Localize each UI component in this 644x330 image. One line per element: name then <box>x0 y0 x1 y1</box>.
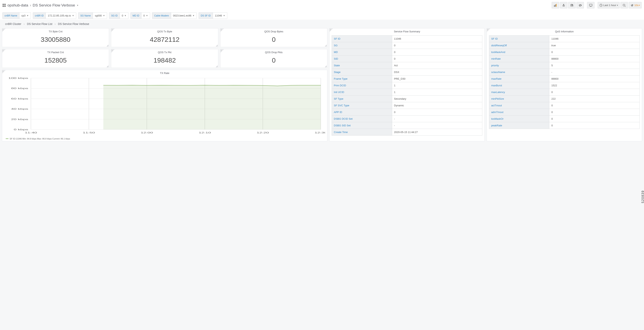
table-row: SF ID11046 <box>489 35 640 42</box>
breadcrumb-item[interactable]: cnBR Cluster <box>5 22 21 25</box>
table-value: Act <box>392 62 482 69</box>
table-row: maxBurst1522 <box>489 82 640 89</box>
breadcrumb: cnBR Cluster›DS Service Flow List›DS Ser… <box>0 20 644 28</box>
stat-panel: iQOS Tx Byte42872112 <box>111 28 218 47</box>
variable-value[interactable]: sg000 ▼ <box>93 12 107 19</box>
table-row: minPktSize222 <box>489 96 640 102</box>
variable-value[interactable]: 0 ▼ <box>120 12 128 19</box>
qos-information-panel: i QoS Information SF ID11046dsIdReseqOff… <box>487 28 642 141</box>
stat-panel: iTX Packet Cnt152805 <box>2 49 109 68</box>
breadcrumb-item[interactable]: DS Service Flow List <box>27 22 52 25</box>
variable-picker[interactable]: cnBR Namecp3 ▼ <box>2 12 31 19</box>
variable-value[interactable]: cp3 ▼ <box>20 12 31 19</box>
table-row: admTmout0 <box>489 109 640 116</box>
add-panel-button[interactable] <box>552 2 559 8</box>
variable-value[interactable]: 172.22.85.105.nip.io ▼ <box>46 12 76 19</box>
breadcrumb-item[interactable]: DS Service Flow Verbose <box>58 22 89 25</box>
table-value: true <box>549 42 640 49</box>
table-value: 1522 <box>549 82 640 89</box>
svg-text:12:00: 12:00 <box>141 132 153 134</box>
table-row: peakRate0 <box>489 122 640 129</box>
table-row: SG0 <box>332 42 482 49</box>
chevron-right-icon: › <box>30 3 31 7</box>
stat-panel: iQOS Drop Pkts0 <box>220 49 327 68</box>
table-value: 0 <box>392 109 482 116</box>
tv-mode-button[interactable] <box>587 2 594 8</box>
variable-picker[interactable]: SG Namesg000 ▼ <box>78 12 107 19</box>
variable-label: SG Name <box>78 12 93 19</box>
table-row: SF ID11046 <box>332 35 482 42</box>
table-row: actTmout0 <box>489 102 640 109</box>
zoom-out-button[interactable] <box>620 2 628 8</box>
table-row: APP ID0 <box>332 109 482 116</box>
svg-rect-0 <box>2 3 4 5</box>
table-row: DSBG DCID Set- <box>332 116 482 122</box>
table-row: Frame TypePRE_D30 <box>332 76 482 82</box>
table-row: Prim DCID1 <box>332 82 482 89</box>
table-key: SF Type <box>332 96 392 102</box>
table-row: SF SVC TypeDynamic <box>332 102 482 109</box>
stat-panel: iQOS Drop Bytes0 <box>220 28 327 47</box>
svg-rect-6 <box>556 4 556 7</box>
table-key: Create Time <box>332 129 392 136</box>
variable-value[interactable]: 11046 ▼ <box>213 12 227 19</box>
settings-button[interactable] <box>576 2 584 8</box>
svg-rect-8 <box>590 6 591 7</box>
table-key: DSBG SID Set <box>332 122 392 129</box>
table-row: maxLatency0 <box>489 89 640 96</box>
svg-text:0 kbps: 0 kbps <box>14 128 28 131</box>
time-range-picker[interactable]: Last 1 hour ▾ <box>598 2 620 8</box>
table-key: maxLatency <box>489 89 549 96</box>
variable-label: cnBR ID <box>33 12 46 19</box>
table-value: - <box>549 69 640 76</box>
variable-value[interactable]: 0 ▼ <box>142 12 150 19</box>
table-value: PRE_D30 <box>392 76 482 82</box>
table-key: peakRate <box>489 122 549 129</box>
svg-rect-7 <box>590 4 592 6</box>
table-row: maxRate88800 <box>489 76 640 82</box>
table-value: 0 <box>549 89 640 96</box>
table-row: minRate88800 <box>489 55 640 62</box>
variable-picker[interactable]: Cable Modem0023.bee1.ec86 ▼ <box>152 12 197 19</box>
share-button[interactable] <box>560 2 568 8</box>
table-key: sclassName <box>489 69 549 76</box>
page-title[interactable]: DS Service Flow Verbose <box>32 3 75 7</box>
variable-picker[interactable]: MD ID0 ▼ <box>130 12 150 19</box>
table-value: 88800 <box>549 76 640 82</box>
table-value: 1 <box>392 89 482 96</box>
table-key: Frame Type <box>332 76 392 82</box>
table-value: - <box>392 116 482 122</box>
svg-text:11:40: 11:40 <box>25 132 37 134</box>
table-key: Init UCID <box>332 89 392 96</box>
table-key: SID <box>332 55 392 62</box>
table-row: MD0 <box>332 49 482 55</box>
table-row: tosMaskAnd0 <box>489 49 640 55</box>
table-value: 88800 <box>549 55 640 62</box>
variable-picker[interactable]: cnBR ID172.22.85.105.nip.io ▼ <box>33 12 76 19</box>
variable-label: Cable Modem <box>152 12 171 19</box>
table-key: admTmout <box>489 109 549 116</box>
breadcrumb-folder[interactable]: opshub-data <box>8 3 28 7</box>
svg-text:12:30: 12:30 <box>314 132 325 134</box>
table-value: DSX <box>392 69 482 76</box>
table-value: 0 <box>392 55 482 62</box>
table-key: maxBurst <box>489 82 549 89</box>
variable-picker[interactable]: DS SF ID11046 ▼ <box>198 12 227 19</box>
variable-value[interactable]: 0023.bee1.ec86 ▼ <box>171 12 196 19</box>
svg-rect-3 <box>4 5 6 7</box>
table-key: tosMaskAnd <box>489 49 549 55</box>
table-key: MD <box>332 49 392 55</box>
table-value: 2020-05-15 11:44:27 <box>392 129 482 136</box>
table-key: minRate <box>489 55 549 62</box>
table-row: Create Time2020-05-15 11:44:27 <box>332 129 482 136</box>
svg-rect-1 <box>4 3 6 5</box>
save-button[interactable] <box>568 2 576 8</box>
table-value: 0 <box>549 116 640 122</box>
chevron-down-icon[interactable]: ▾ <box>77 4 78 7</box>
variable-picker[interactable]: SG ID0 ▼ <box>109 12 128 19</box>
svg-rect-4 <box>554 5 554 7</box>
svg-text:12:20: 12:20 <box>256 132 269 134</box>
svg-text:40 kbps: 40 kbps <box>11 108 28 110</box>
refresh-button[interactable]: 10s ▾ <box>629 2 642 8</box>
chevron-right-icon: › <box>24 22 24 25</box>
